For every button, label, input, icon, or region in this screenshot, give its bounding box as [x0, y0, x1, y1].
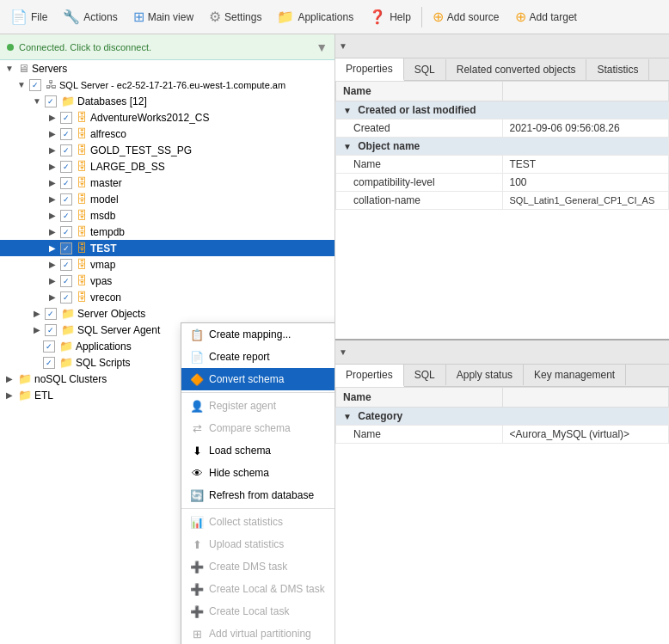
db-checkbox[interactable]	[60, 144, 72, 156]
db-label: master	[90, 177, 122, 189]
list-item[interactable]: ▶ 🗄 alfresco	[0, 126, 334, 142]
ctx-hide-schema[interactable]: 👁 Hide schema	[181, 462, 334, 484]
sql-agent-arrow: ▶	[31, 325, 43, 334]
sql-scripts-checkbox[interactable]	[43, 357, 55, 369]
server-objects-label: Server Objects	[77, 308, 145, 320]
sql-scripts-icon: 📁	[59, 356, 73, 369]
db-checkbox[interactable]	[60, 161, 72, 173]
db-checkbox[interactable]	[60, 177, 72, 189]
list-item[interactable]: ▶ 🗄 msdb	[0, 207, 334, 224]
settings-button[interactable]: ⚙ Settings	[202, 5, 268, 28]
status-bar[interactable]: Connected. Click to disconnect. ▼	[0, 34, 334, 60]
ctx-convert-schema[interactable]: 🔶 Convert schema	[181, 368, 334, 390]
mainview-button[interactable]: ⊞ Main view	[126, 5, 200, 28]
tree-databases[interactable]: ▼ 📁 Databases [12]	[0, 93, 334, 109]
list-item[interactable]: ▶ 🗄 vmap	[0, 256, 334, 273]
ctx-compare-schema-label: Compare schema	[209, 422, 291, 434]
tree-servers[interactable]: ▼ 🖥 Servers	[0, 60, 334, 77]
db-icon: 🗄	[77, 209, 88, 222]
db-checkbox[interactable]	[60, 193, 72, 205]
nosql-label: noSQL Clusters	[34, 373, 107, 385]
create-local-icon: ➕	[190, 604, 204, 618]
help-label: Help	[390, 11, 411, 23]
vrecon-checkbox[interactable]	[60, 291, 72, 304]
context-menu: 📋 Create mapping... 📄 Create report 🔶 Co…	[181, 322, 334, 644]
add-virtual-icon: ⊞	[190, 627, 204, 641]
tree-server-objects[interactable]: ▶ 📁 Server Objects	[0, 305, 334, 322]
section-created-label: ▼ Created or last modified	[336, 101, 669, 120]
create-local-dms-icon: ➕	[190, 582, 204, 596]
vmap-checkbox[interactable]	[60, 259, 72, 271]
obj-name-value: TEST	[502, 156, 669, 174]
list-item[interactable]: ▶ 🗄 LARGE_DB_SS	[0, 158, 334, 175]
actions-button[interactable]: 🔧 Actions	[56, 5, 124, 28]
list-item[interactable]: ▶ 🗄 tempdb	[0, 224, 334, 240]
add-source-label: Add source	[447, 11, 500, 23]
db-label: msdb	[90, 210, 115, 222]
tab-apply-status[interactable]: Apply status	[446, 365, 524, 385]
applications-label: Applications	[298, 11, 353, 23]
test-label: TEST	[90, 242, 117, 255]
list-item[interactable]: ▶ 🗄 GOLD_TEST_SS_PG	[0, 142, 334, 158]
hide-schema-icon: 👁	[190, 466, 204, 480]
list-item[interactable]: ▶ 🗄 model	[0, 191, 334, 207]
tab-statistics-top[interactable]: Statistics	[586, 59, 649, 80]
db-checkbox[interactable]	[60, 210, 72, 222]
ctx-load-schema[interactable]: ⬇ Load schema	[181, 439, 334, 462]
ctx-create-mapping[interactable]: 📋 Create mapping...	[181, 323, 334, 346]
compat-value: 100	[502, 174, 669, 192]
ctx-register-agent: 👤 Register agent	[181, 395, 334, 417]
db-icon: 🗄	[77, 144, 88, 156]
add-target-icon: ⊕	[515, 9, 526, 25]
sqlserver-checkbox[interactable]	[29, 79, 41, 91]
list-item[interactable]: ▶ 🗄 master	[0, 175, 334, 191]
help-button[interactable]: ❓ Help	[362, 5, 418, 28]
add-source-icon: ⊕	[433, 9, 444, 25]
server-objects-icon: 📁	[61, 307, 75, 320]
file-button[interactable]: 📄 File	[3, 5, 54, 28]
databases-checkbox[interactable]	[45, 95, 57, 107]
list-item[interactable]: ▶ 🗄 vpas	[0, 273, 334, 289]
test-checkbox[interactable]	[60, 242, 72, 255]
tab-key-management[interactable]: Key management	[524, 365, 626, 385]
tab-related-top[interactable]: Related converted objects	[446, 59, 587, 80]
add-source-button[interactable]: ⊕ Add source	[426, 5, 506, 28]
nosql-icon: 📁	[18, 372, 32, 385]
tree-sql-server[interactable]: ▼ 🖧 SQL Server - ec2-52-17-21-76.eu-west…	[0, 77, 334, 93]
tab-sql-bottom[interactable]: SQL	[404, 365, 446, 385]
servers-arrow: ▼	[3, 64, 15, 73]
main-layout: Connected. Click to disconnect. ▼ ▼ 🖥 Se…	[0, 34, 669, 644]
vpas-checkbox[interactable]	[60, 275, 72, 287]
db-checkbox[interactable]	[60, 112, 72, 124]
tab-sql-top[interactable]: SQL	[404, 59, 446, 80]
apps-checkbox[interactable]	[43, 340, 55, 353]
ctx-load-schema-label: Load schema	[209, 445, 271, 457]
apps-label: Applications	[76, 340, 132, 353]
tab-properties-top[interactable]: Properties	[335, 58, 404, 81]
db-label: alfresco	[90, 128, 126, 140]
server-objects-checkbox[interactable]	[45, 308, 57, 320]
sql-server-label: SQL Server - ec2-52-17-21-76.eu-west-1.c…	[59, 80, 285, 90]
db-arrow: ▶	[46, 162, 58, 171]
ctx-hide-schema-label: Hide schema	[209, 467, 269, 479]
bottom-panel-arrow: ▼	[339, 347, 347, 357]
list-item[interactable]: ▶ 🗄 vrecon	[0, 289, 334, 305]
table-row: Name <Aurora_MySQL (virtual)>	[336, 425, 669, 443]
sql-agent-checkbox[interactable]	[45, 324, 57, 336]
ctx-create-report[interactable]: 📄 Create report	[181, 346, 334, 368]
table-row: compatibility-level 100	[336, 174, 669, 192]
applications-button[interactable]: 📁 Applications	[270, 5, 360, 28]
file-icon: 📄	[10, 9, 28, 25]
add-target-button[interactable]: ⊕ Add target	[508, 5, 584, 28]
tree-test-db[interactable]: ▶ 🗄 TEST	[0, 240, 334, 256]
tab-properties-bottom[interactable]: Properties	[335, 365, 404, 387]
filter-icon[interactable]: ▼	[316, 40, 328, 54]
bottom-props-area: Name ▼ Category Name	[335, 387, 669, 645]
toolbar: 📄 File 🔧 Actions ⊞ Main view ⚙ Settings …	[0, 0, 669, 34]
test-icon: 🗄	[77, 242, 88, 255]
db-checkbox[interactable]	[60, 128, 72, 140]
db-checkbox[interactable]	[60, 226, 72, 238]
table-row: Created 2021-09-06 09:56:08.26	[336, 120, 669, 138]
ctx-refresh-db[interactable]: 🔄 Refresh from database	[181, 484, 334, 506]
list-item[interactable]: ▶ 🗄 AdventureWorks2012_CS	[0, 109, 334, 126]
